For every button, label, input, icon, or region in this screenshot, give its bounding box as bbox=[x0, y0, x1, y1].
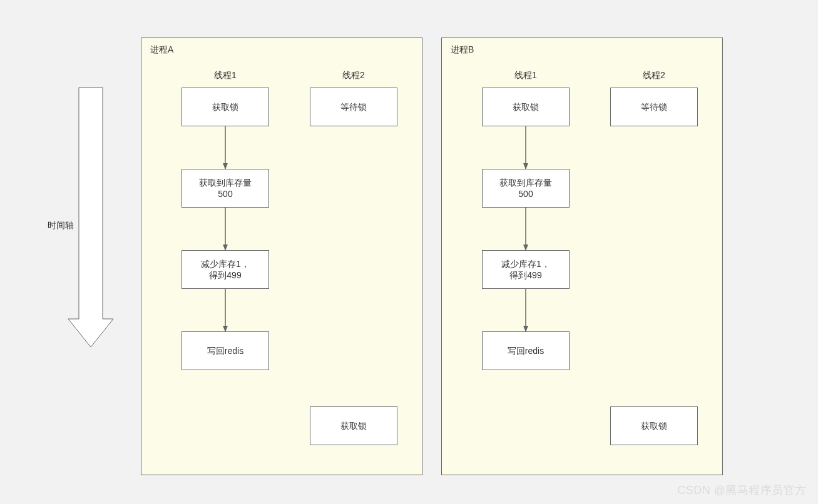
process-a-thread1-label: 线程1 bbox=[210, 70, 241, 81]
b-thread1-step4-box: 写回redis bbox=[482, 331, 570, 370]
process-b-thread2-label: 线程2 bbox=[638, 70, 670, 81]
watermark-text: CSDN @黑马程序员官方 bbox=[677, 483, 807, 498]
b-thread1-step1-box: 获取锁 bbox=[482, 88, 570, 126]
a-thread1-step1-box: 获取锁 bbox=[181, 88, 269, 126]
timeline-arrow-icon bbox=[68, 88, 113, 347]
b-thread2-step1-box: 等待锁 bbox=[610, 88, 698, 126]
b-thread1-step3-box: 减少库存1， 得到499 bbox=[482, 250, 570, 289]
b-thread2-step2-box: 获取锁 bbox=[610, 406, 698, 445]
a-thread1-step3-box: 减少库存1， 得到499 bbox=[181, 250, 269, 289]
a-thread2-step2-box: 获取锁 bbox=[310, 406, 397, 445]
process-a-title: 进程A bbox=[150, 44, 173, 56]
b-thread1-step2-box: 获取到库存量 500 bbox=[482, 169, 570, 208]
a-thread1-step2-box: 获取到库存量 500 bbox=[181, 169, 269, 208]
a-thread2-step1-box: 等待锁 bbox=[310, 88, 397, 126]
diagram-stage: 进程A 进程B 线程1 线程2 线程1 线程2 获取锁 获取到库存量 500 减… bbox=[0, 0, 818, 504]
process-b-thread1-label: 线程1 bbox=[510, 70, 541, 81]
process-a-thread2-label: 线程2 bbox=[338, 70, 369, 81]
a-thread1-step4-box: 写回redis bbox=[181, 331, 269, 370]
process-b-title: 进程B bbox=[451, 44, 474, 56]
timeline-label: 时间轴 bbox=[45, 220, 76, 231]
